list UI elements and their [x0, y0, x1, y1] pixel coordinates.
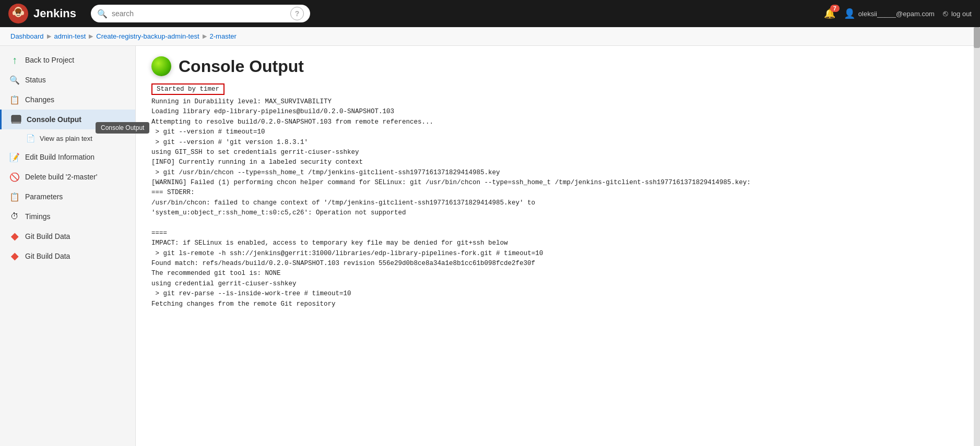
page-title-row: Console Output: [151, 56, 964, 76]
breadcrumb: Dashboard ▶ admin-test ▶ Create-registry…: [0, 27, 980, 46]
sidebar-item-parameters[interactable]: 📋 Parameters: [0, 187, 135, 207]
scrollbar-track[interactable]: [974, 27, 980, 446]
sidebar-label-edit: Edit Build Information: [25, 153, 95, 161]
sidebar-item-git-build-data-1[interactable]: ◆ Git Build Data: [0, 226, 135, 246]
sidebar-item-status[interactable]: 🔍 Status: [0, 70, 135, 90]
svg-point-5: [13, 11, 16, 15]
user-name: oleksii_____@epam.com: [858, 10, 935, 18]
svg-rect-9: [13, 123, 20, 123]
sidebar-item-git-build-data-2[interactable]: ◆ Git Build Data: [0, 246, 135, 266]
arrow-up-icon: ↑: [9, 55, 20, 65]
sidebar-label-changes: Changes: [25, 95, 54, 104]
console-icon: [11, 114, 21, 125]
breadcrumb-admin-test[interactable]: admin-test: [54, 32, 86, 40]
svg-point-6: [21, 11, 24, 15]
console-output-text: Running in Durability level: MAX_SURVIVA…: [151, 97, 964, 309]
breadcrumb-sep-2: ▶: [89, 33, 93, 40]
logout-button[interactable]: ⎋ log out: [943, 9, 972, 18]
status-icon: 🔍: [9, 75, 20, 85]
jenkins-logo: [8, 4, 28, 23]
breadcrumb-2master[interactable]: 2-master: [210, 32, 237, 40]
console-section: Started by timer Running in Durability l…: [151, 83, 964, 309]
edit-icon: 📝: [9, 152, 20, 162]
sidebar-label-status: Status: [25, 76, 46, 84]
search-input[interactable]: [112, 9, 286, 18]
changes-icon: 📋: [9, 94, 20, 105]
svg-point-4: [19, 13, 21, 14]
build-status-ball: [151, 56, 171, 76]
sidebar: ↑ Back to Project 🔍 Status 📋 Changes Con…: [0, 46, 136, 446]
git-icon-2: ◆: [9, 251, 20, 261]
started-by-label: Started by timer: [151, 83, 225, 95]
logout-icon: ⎋: [943, 9, 948, 18]
sidebar-label-params: Parameters: [25, 192, 63, 201]
sidebar-label-timings: Timings: [25, 212, 51, 221]
help-icon[interactable]: ?: [290, 7, 304, 20]
search-icon: 🔍: [97, 9, 108, 19]
sidebar-label-git-2: Git Build Data: [25, 252, 70, 260]
notifications-badge: 7: [830, 5, 840, 12]
sidebar-label-console: Console Output: [27, 115, 81, 124]
delete-icon: 🚫: [9, 172, 20, 182]
sidebar-label-git-1: Git Build Data: [25, 232, 70, 240]
breadcrumb-dashboard[interactable]: Dashboard: [10, 32, 44, 40]
scrollbar-thumb[interactable]: [974, 27, 980, 48]
logout-label: log out: [951, 10, 972, 18]
navbar: Jenkins 🔍 ? 🔔 7 👤 oleksii_____@epam.com …: [0, 0, 980, 27]
sidebar-item-back-to-project[interactable]: ↑ Back to Project: [0, 50, 135, 70]
svg-point-3: [16, 13, 18, 14]
breadcrumb-create-registry[interactable]: Create-registry-backup-admin-test: [96, 32, 199, 40]
page-title: Console Output: [179, 57, 304, 76]
timings-icon: ⏱: [9, 211, 20, 222]
sidebar-item-delete-build[interactable]: 🚫 Delete build '2-master': [0, 167, 135, 187]
notifications-bell[interactable]: 🔔 7: [824, 8, 835, 19]
svg-rect-7: [11, 115, 21, 123]
sidebar-item-view-plain-text[interactable]: 📄 View as plain text: [0, 129, 135, 147]
sidebar-item-timings[interactable]: ⏱ Timings: [0, 207, 135, 226]
navbar-right: 🔔 7 👤 oleksii_____@epam.com ⎋ log out: [824, 8, 972, 19]
sidebar-item-changes[interactable]: 📋 Changes: [0, 90, 135, 110]
layout: ↑ Back to Project 🔍 Status 📋 Changes Con…: [0, 46, 980, 446]
sidebar-item-edit-build[interactable]: 📝 Edit Build Information: [0, 147, 135, 167]
user-icon: 👤: [844, 8, 855, 19]
sidebar-label-plain: View as plain text: [40, 135, 92, 142]
sidebar-label-back: Back to Project: [25, 56, 74, 64]
brand-link[interactable]: Jenkins: [8, 4, 76, 23]
user-info: 👤 oleksii_____@epam.com: [844, 8, 935, 19]
search-bar[interactable]: 🔍 ?: [91, 5, 310, 22]
sidebar-label-delete: Delete build '2-master': [25, 173, 97, 181]
plain-text-icon: 📄: [25, 133, 36, 143]
breadcrumb-sep-3: ▶: [203, 33, 207, 40]
git-icon-1: ◆: [9, 231, 20, 242]
main-content: Console Output Started by timer Running …: [136, 46, 980, 446]
sidebar-item-console-output[interactable]: Console Output Console Output: [0, 110, 135, 129]
parameters-icon: 📋: [9, 191, 20, 202]
breadcrumb-sep-1: ▶: [47, 33, 51, 40]
brand-text: Jenkins: [33, 7, 76, 20]
